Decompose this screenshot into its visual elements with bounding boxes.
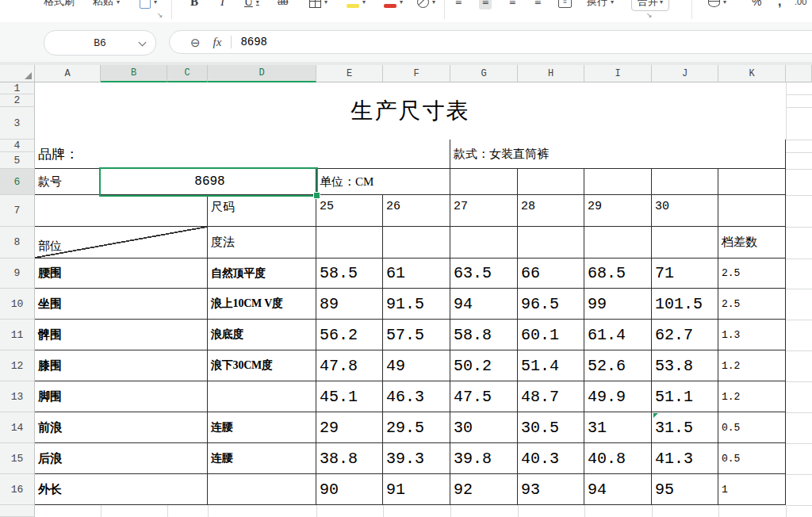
cell-value-r9ce[interactable]: 58.5 <box>316 258 383 289</box>
cell-value-r10cj[interactable]: 101.5 <box>652 289 718 320</box>
cell-part-r10[interactable]: 坐围 <box>35 289 208 320</box>
column-header-i[interactable]: I <box>584 65 652 82</box>
cell-empty[interactable] <box>652 227 718 258</box>
italic-button[interactable]: I <box>220 0 224 10</box>
cell-value-r16ci[interactable]: 94 <box>584 474 652 505</box>
cell-method-r11[interactable]: 浪底度 <box>208 320 316 350</box>
cell-value-r15ce[interactable]: 38.8 <box>316 443 383 474</box>
cell-value-r14ch[interactable]: 30.5 <box>518 412 584 443</box>
cell-part-r11[interactable]: 髀围 <box>35 320 208 350</box>
cell-value-r11cj[interactable]: 62.7 <box>652 320 718 350</box>
cell-empty[interactable] <box>718 195 786 227</box>
format-painter-button[interactable]: 格式刷 <box>44 0 75 10</box>
cell-value-r16cj[interactable]: 95 <box>652 474 718 505</box>
cell-empty[interactable] <box>518 227 584 258</box>
row-header-12[interactable]: 12 <box>0 350 35 381</box>
fill-handle[interactable] <box>313 192 320 199</box>
cell-size-26[interactable]: 26 <box>383 195 450 227</box>
align-bottom-button[interactable]: ≡ <box>509 0 515 10</box>
cell-method-label[interactable]: 度法 <box>208 227 316 258</box>
cell-size-29[interactable]: 29 <box>584 195 652 227</box>
column-header-beyond[interactable] <box>786 65 812 82</box>
cell-value-r15ch[interactable]: 40.3 <box>518 443 584 474</box>
cell-value-r14ci[interactable]: 31 <box>584 412 652 443</box>
cell-value-r10cg[interactable]: 94 <box>450 289 518 320</box>
formula-input[interactable]: ⊖ fx 8698 <box>169 30 812 54</box>
cell-part-r15[interactable]: 后浪 <box>35 443 208 474</box>
cell-size-27[interactable]: 27 <box>450 195 518 227</box>
cell-value-r13ce[interactable]: 45.1 <box>316 381 383 412</box>
cell-value-r16ch[interactable]: 93 <box>518 474 584 505</box>
paste-button[interactable]: 粘贴▾ <box>93 0 120 10</box>
cell-value-r15cf[interactable]: 39.3 <box>383 443 450 474</box>
cell-grade-r9[interactable]: 2.5 <box>718 258 786 289</box>
cell-value-r10cf[interactable]: 91.5 <box>383 289 450 320</box>
column-header-a[interactable]: A <box>35 65 101 82</box>
row-header-8[interactable]: 8 <box>0 227 35 258</box>
cell-style[interactable]: 款式：女装直筒裤 <box>450 140 786 169</box>
cell-value-r12cf[interactable]: 49 <box>383 350 450 381</box>
comma-format-button[interactable]: , <box>778 0 781 10</box>
cell-value-r13ci[interactable]: 49.9 <box>584 381 652 412</box>
cell-empty[interactable] <box>316 227 383 258</box>
cell-value-r12cj[interactable]: 53.8 <box>652 350 718 381</box>
cell-size-30[interactable]: 30 <box>652 195 718 227</box>
cell-size-25[interactable]: 25 <box>316 195 383 227</box>
clear-format-button[interactable]: ▾ <box>417 0 435 10</box>
cell-value-r14cj[interactable]: 31.5 <box>652 412 718 443</box>
row-header-3[interactable]: 3 <box>0 107 35 140</box>
cell-value-r11ci[interactable]: 61.4 <box>584 320 652 350</box>
align-middle-button[interactable]: ≡ <box>479 0 492 10</box>
cell-method-r12[interactable]: 浪下30CM度 <box>208 350 316 381</box>
highlight-color-button[interactable]: ▾ <box>347 0 366 10</box>
align-top-button[interactable]: ≡ <box>455 0 462 10</box>
cell-value-r10ch[interactable]: 96.5 <box>518 289 584 320</box>
row-header-4[interactable]: 4 <box>0 140 35 152</box>
cell-empty[interactable] <box>584 227 652 258</box>
search-icon[interactable]: ⊖ <box>190 36 201 48</box>
cell-title[interactable]: 生产尺寸表 <box>35 82 786 140</box>
cell-method-r15[interactable]: 连腰 <box>208 443 316 474</box>
cell-grade-label[interactable]: 档差数 <box>718 227 786 258</box>
cell-size-header[interactable]: 尺码 <box>208 195 316 227</box>
row-header-16[interactable]: 16 <box>0 474 35 505</box>
column-header-k[interactable]: K <box>718 65 786 82</box>
cell-value-r12ci[interactable]: 52.6 <box>584 350 652 381</box>
select-all-corner[interactable] <box>0 65 35 82</box>
cell-value-r15cj[interactable]: 41.3 <box>652 443 718 474</box>
cell-grade-r15[interactable]: 0.5 <box>718 443 786 474</box>
cell-part-r12[interactable]: 膝围 <box>35 350 208 381</box>
row-header-6[interactable]: 6 <box>0 169 35 195</box>
cell-empty[interactable] <box>450 227 518 258</box>
cell-value-r14cf[interactable]: 29.5 <box>383 412 450 443</box>
clipboard-button[interactable]: ▾ <box>140 0 157 10</box>
row-header-1[interactable]: 1 <box>0 82 35 94</box>
percent-format-button[interactable]: % <box>752 0 761 10</box>
row-header-9[interactable]: 9 <box>0 258 35 289</box>
name-box[interactable]: B6 <box>44 30 156 56</box>
cell-method-r13[interactable] <box>208 381 316 412</box>
row-header-15[interactable]: 15 <box>0 443 35 474</box>
cell-value-r11cg[interactable]: 58.8 <box>450 320 518 350</box>
wrap-button[interactable]: 换行▾ <box>587 0 614 10</box>
cell-value-r10ci[interactable]: 99 <box>584 289 652 320</box>
cell-value-r10ce[interactable]: 89 <box>316 289 383 320</box>
cell-grade-r14[interactable]: 0.5 <box>718 412 786 443</box>
borders-button[interactable]: ▾ <box>309 0 327 10</box>
column-header-f[interactable]: F <box>383 65 450 82</box>
cell-value-r12ce[interactable]: 47.8 <box>316 350 383 381</box>
chevron-down-icon[interactable] <box>139 39 147 47</box>
cell-value-r16ce[interactable]: 90 <box>316 474 383 505</box>
column-header-d[interactable]: D <box>208 65 316 82</box>
cell-item-no-value[interactable]: 8698 <box>101 169 316 195</box>
cell-unit-label[interactable]: 单位：CM <box>316 169 450 195</box>
cell-value-r9cj[interactable]: 71 <box>652 258 718 289</box>
align-left-button[interactable]: ≡ <box>534 0 541 10</box>
cell-brand-label[interactable]: 品牌： <box>35 140 450 169</box>
cell-empty[interactable] <box>584 169 652 195</box>
strikethrough-button[interactable]: ab <box>278 0 288 10</box>
bold-button[interactable]: B <box>190 0 198 10</box>
column-header-j[interactable]: J <box>652 65 718 82</box>
cell-value-r14cg[interactable]: 30 <box>450 412 518 443</box>
cell-value-r13cj[interactable]: 51.1 <box>652 381 718 412</box>
